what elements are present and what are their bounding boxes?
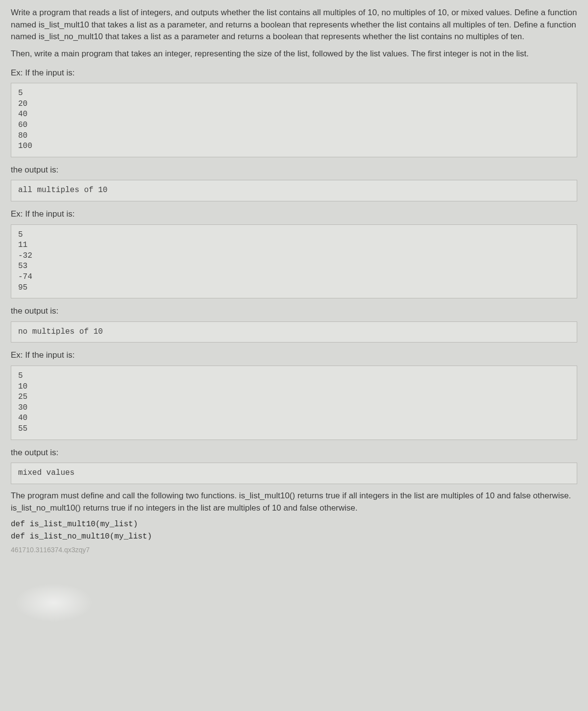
example2-input-label: Ex: If the input is:	[11, 208, 577, 221]
example2-output-code: no multiples of 10	[11, 321, 577, 343]
footer-paragraph: The program must define and call the fol…	[11, 490, 577, 514]
example3-output-label: the output is:	[11, 447, 577, 459]
example2-input-code: 5 11 -32 53 -74 95	[11, 224, 577, 299]
example1-output-code: all multiples of 10	[11, 180, 577, 201]
problem-description: Write a program that reads a list of int…	[11, 7, 577, 60]
example3-output-code: mixed values	[11, 463, 577, 484]
example1-output-label: the output is:	[11, 164, 577, 176]
example3-input-label: Ex: If the input is:	[11, 349, 577, 362]
function-signature-1: def is_list_mult10(my_list)	[11, 519, 577, 530]
example1-input-label: Ex: If the input is:	[11, 67, 577, 79]
exercise-id: 461710.3116374.qx3zqy7	[11, 545, 577, 555]
example3-input-code: 5 10 25 30 40 55	[11, 366, 577, 440]
intro-paragraph-2: Then, write a main program that takes an…	[11, 48, 577, 60]
function-signature-2: def is_list_no_mult10(my_list)	[11, 531, 577, 542]
intro-paragraph-1: Write a program that reads a list of int…	[11, 7, 577, 43]
example2-output-label: the output is:	[11, 305, 577, 318]
footer-description: The program must define and call the fol…	[11, 490, 577, 514]
example1-input-code: 5 20 40 60 80 100	[11, 83, 577, 157]
